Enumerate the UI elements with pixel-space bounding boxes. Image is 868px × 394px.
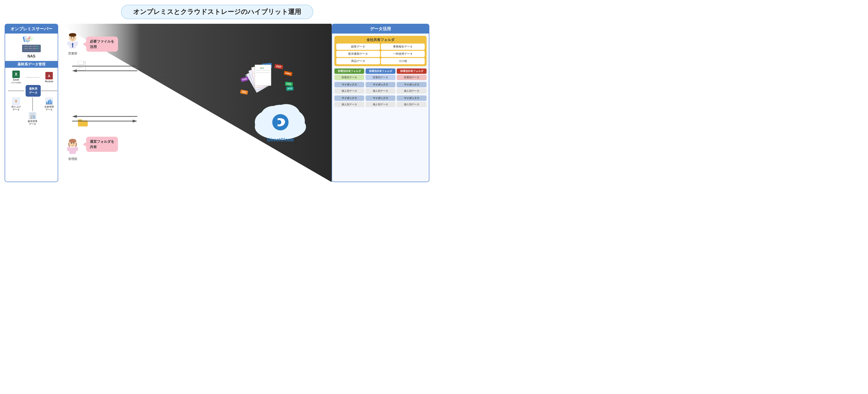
- svg-point-67: [69, 139, 76, 143]
- person-bottom-section: 管理部: [65, 139, 80, 161]
- svg-point-71: [67, 147, 71, 151]
- excel-item: X Excel（マクロ付）: [8, 70, 24, 84]
- mybox-item-6: 個人別データ: [397, 102, 427, 107]
- nas-area: XLS DOC PDF TX: [5, 33, 58, 61]
- svg-point-51: [73, 37, 74, 38]
- mybox-header-5: マイボックス: [366, 95, 395, 101]
- svg-text:X: X: [15, 72, 18, 77]
- mybox-col-2: マイボックス 個人別データ: [366, 82, 395, 94]
- svg-rect-44: [33, 116, 35, 117]
- mybox-item-1: 個人別データ: [334, 88, 364, 94]
- folder-item-temp: 一時使用データ: [381, 51, 425, 57]
- left-connector: [8, 91, 24, 91]
- svg-point-10: [27, 38, 29, 41]
- svg-rect-18: [25, 48, 28, 49]
- svg-rect-15: [25, 46, 28, 47]
- salesperson-avatar: [65, 33, 80, 51]
- svg-point-50: [71, 37, 72, 38]
- calc-icon: [29, 112, 36, 119]
- mybox-header-2: マイボックス: [366, 82, 395, 87]
- chart-icon: [45, 97, 53, 105]
- doc-stack-svg: PDF XLS: [240, 61, 291, 98]
- mybox-col-4: マイボックス 個人別データ: [334, 95, 364, 107]
- kikan-data-box: 基幹系データ: [26, 85, 41, 97]
- main-title: オンプレミスとクラウドストレージのハイブリット運用: [121, 5, 313, 19]
- dept-sub-3: 部署別データ: [397, 75, 427, 80]
- svg-point-49: [69, 33, 76, 37]
- svg-point-22: [37, 48, 38, 49]
- mybox-item-5: 個人別データ: [366, 102, 395, 107]
- shared-folder-grid: 顧客データ 事務報告データ 配布書類データ 一時使用データ 商品データ その他: [336, 43, 425, 64]
- svg-rect-45: [30, 118, 33, 118]
- svg-marker-63: [133, 65, 137, 67]
- right-panel-header: データ活用: [332, 24, 429, 33]
- middle-panel: 営業部 必要ファイルを活用: [58, 24, 332, 182]
- access-item: A Access: [41, 72, 57, 83]
- title-box: オンプレミスとクラウドストレージのハイブリット運用: [5, 5, 429, 19]
- speech-bubble-bottom: 適宜フォルダを共有: [86, 137, 118, 152]
- mybox-section-2: マイボックス 個人別データ マイボックス 個人別データ マイボックス 個人別デー…: [334, 95, 427, 107]
- dept-col-2: 部署別共有フォルダ 部署別データ: [366, 68, 395, 80]
- speech-bubble-top: 必要ファイルを活用: [86, 36, 118, 52]
- svg-rect-17: [33, 46, 36, 47]
- arrow-left-top: [72, 68, 137, 73]
- dept-header-2: 部署別共有フォルダ: [366, 68, 395, 74]
- svg-text:XLS: XLS: [260, 67, 264, 69]
- dept-sub-2: 部署別データ: [366, 75, 395, 80]
- sales-item: ¥ 売り上げデータ: [8, 97, 24, 111]
- doc-stack: PDF XLS: [240, 61, 291, 98]
- salesperson-label: 営業部: [68, 52, 77, 56]
- access-icon: A: [45, 72, 53, 80]
- mybox-col-3: マイボックス 個人別データ: [397, 82, 427, 94]
- mybox-item-2: 個人別データ: [366, 88, 395, 94]
- dept-col-1: 部署別共有フォルダ 部署別データ: [334, 68, 364, 80]
- mybox-header-3: マイボックス: [397, 82, 427, 87]
- center-connector-top: [26, 70, 39, 84]
- mybox-item-4: 個人別データ: [334, 102, 364, 107]
- svg-rect-30: [46, 102, 48, 104]
- cloud-section: DOC XLS PDF TXT PSD DWG CSV PTX JPG: [239, 59, 327, 147]
- svg-rect-54: [72, 45, 73, 48]
- svg-rect-40: [33, 115, 34, 116]
- shared-folder-title: 全社共有フォルダ: [336, 38, 425, 42]
- svg-rect-46: [33, 118, 35, 118]
- main-container: オンプレミスとクラウドストレージのハイブリット運用 オンプレミスサーバー XLS…: [0, 0, 434, 197]
- folder-item-customer: 顧客データ: [336, 43, 380, 50]
- data-mgmt-header: 基幹系データ管理: [5, 61, 58, 68]
- svg-point-56: [74, 41, 78, 46]
- svg-rect-19: [29, 48, 32, 49]
- manager-label: 管理部: [68, 157, 77, 161]
- svg-text:A: A: [48, 74, 51, 78]
- data-mgmt-area: X Excel（マクロ付） A: [5, 68, 58, 128]
- svg-point-72: [74, 147, 78, 151]
- svg-rect-32: [50, 99, 51, 104]
- excel-icon: X: [12, 70, 20, 78]
- person-top-section: 営業部: [65, 33, 80, 56]
- dept-col-3: 部署別共有フォルダ 部署別データ: [397, 68, 427, 80]
- yen-icon: ¥: [12, 97, 20, 105]
- svg-rect-14: [23, 50, 40, 52]
- folder-item-product: 商品データ: [336, 58, 380, 64]
- right-panel: データ活用 全社共有フォルダ 顧客データ 事務報告データ 配布書類データ 一時使…: [332, 24, 429, 182]
- nas-server-icon: XLS DOC PDF TX: [20, 36, 43, 53]
- content-row: オンプレミスサーバー XLS DOC PDF TX: [5, 24, 429, 182]
- dept-sub-1: 部署別データ: [334, 75, 364, 80]
- svg-rect-20: [33, 48, 36, 49]
- svg-rect-37: [30, 113, 35, 115]
- svg-point-21: [37, 46, 38, 46]
- mybox-header-6: マイボックス: [397, 95, 427, 101]
- svg-text:¥: ¥: [15, 99, 18, 103]
- cloud-svg: [250, 94, 311, 141]
- mybox-header-1: マイボックス: [334, 82, 364, 87]
- svg-rect-43: [32, 116, 33, 117]
- mybox-header-4: マイボックス: [334, 95, 364, 101]
- production-item: 生産管理データ: [41, 97, 57, 111]
- mybox-section-1: マイボックス 個人別データ マイボックス 個人別データ マイボックス 個人別デー…: [334, 82, 427, 94]
- mybox-col-6: マイボックス 個人別データ: [397, 95, 427, 107]
- svg-marker-76: [133, 120, 137, 122]
- mybox-item-3: 個人別データ: [397, 88, 427, 94]
- dept-header-3: 部署別共有フォルダ: [397, 68, 427, 74]
- svg-marker-64: [72, 69, 77, 72]
- dept-header-1: 部署別共有フォルダ: [334, 68, 364, 74]
- folder-item-report: 事務報告データ: [381, 43, 425, 50]
